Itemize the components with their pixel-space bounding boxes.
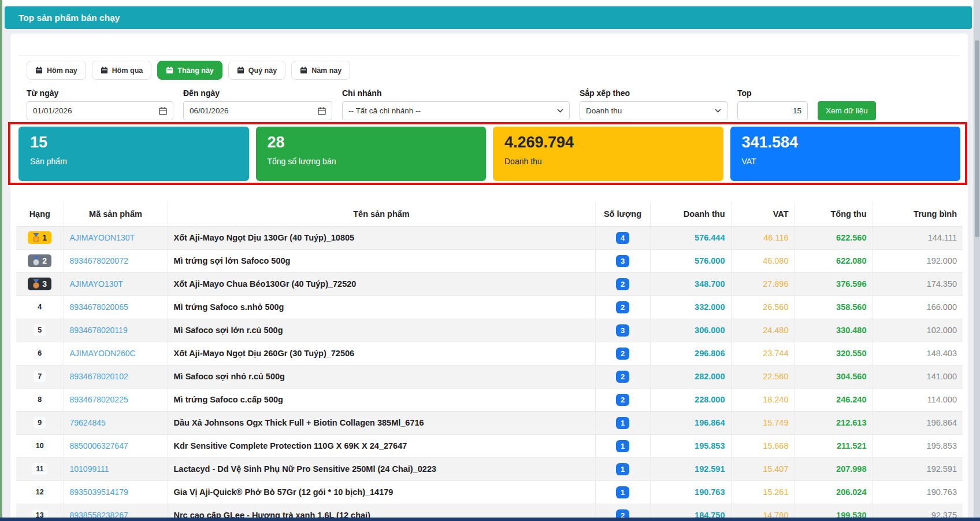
chevron-down-icon [715, 109, 721, 113]
taskbar-edge [0, 518, 980, 521]
medal-icon [32, 256, 39, 265]
product-code-link[interactable]: AJIMAYODN130T [70, 233, 135, 242]
rank-cell: 1 [16, 226, 64, 249]
page-scrollbar[interactable] [974, 0, 980, 521]
product-name: Mì trứng Safoco c.cấp 500g [168, 388, 595, 411]
rank-number: 11 [36, 465, 43, 473]
branch-select[interactable]: -- Tất cả chi nhánh -- [342, 101, 570, 120]
rank-badge: 5 [34, 324, 46, 337]
total-cell: 207.998 [795, 457, 873, 481]
calendar-icon [166, 66, 173, 74]
table-row: 11 101099111 Lactacyd - Dd Vệ Sinh Phụ N… [16, 457, 963, 481]
table-row: 2 8934678020072 Mì trứng sợi lớn Safoco … [16, 249, 963, 272]
table-row: 6 AJIMAYODN260C Xốt Aji-Mayo Ngọt Dịu 26… [16, 342, 963, 365]
top-count-input[interactable] [744, 106, 801, 115]
vat-cell: 15.261 [731, 481, 795, 504]
table-row: 5 8934678020119 Mì Safoco sợi lớn r.củ 5… [16, 319, 963, 342]
qty-badge: 1 [616, 417, 629, 429]
product-code-link[interactable]: 101099111 [70, 464, 109, 474]
quick-filter-this-quarter-button[interactable]: Quý này [228, 61, 285, 80]
average-cell: 141.000 [873, 365, 963, 388]
total-cell: 622.080 [795, 249, 873, 272]
sort-by-select[interactable]: Doanh thu [580, 101, 727, 120]
stat-label: Sản phẩm [30, 157, 237, 166]
quick-filter-yesterday-button[interactable]: Hôm qua [92, 61, 151, 80]
sort-by-label: Sắp xếp theo [580, 88, 727, 98]
scrollbar-thumb[interactable] [975, 40, 979, 237]
product-code-link[interactable]: 8934678020072 [70, 256, 128, 265]
table-row: 1 AJIMAYODN130T Xốt Aji-Mayo Ngọt Dịu 13… [16, 226, 963, 249]
product-code-link[interactable]: 79624845 [70, 418, 106, 427]
rank-cell: 11 [16, 457, 64, 481]
qty-badge: 2 [616, 301, 629, 313]
vat-cell: 22.560 [731, 365, 795, 388]
rank-badge: 6 [34, 348, 46, 360]
rank-badge: 4 [34, 301, 46, 313]
column-header-name: Tên sản phẩm [168, 202, 595, 226]
page-title: Top sản phẩm bán chạy [18, 13, 120, 23]
total-cell: 212.613 [795, 411, 873, 434]
branch-label: Chi nhánh [342, 88, 570, 98]
quick-filter-label: Hôm nay [47, 66, 77, 75]
calendar-icon[interactable] [318, 107, 326, 115]
vat-cell: 27.896 [731, 272, 795, 295]
quick-filter-label: Tháng này [177, 66, 214, 75]
rank-badge: 2 [28, 254, 51, 267]
average-cell: 148.403 [873, 342, 963, 365]
rank-cell: 2 [16, 249, 64, 272]
qty-badge: 1 [616, 486, 629, 498]
product-code-link[interactable]: 8935039514179 [70, 487, 128, 497]
to-date-input[interactable] [190, 106, 313, 115]
table-header-row: Hạng Mã sản phẩm Tên sản phẩm Số lượng D… [16, 202, 963, 226]
revenue-cell: 576.444 [650, 226, 731, 249]
rank-cell: 5 [16, 319, 64, 342]
from-date-label: Từ ngày [27, 88, 173, 98]
product-code-link[interactable]: 8934678020119 [70, 326, 128, 335]
view-data-button[interactable]: Xem dữ liệu [818, 101, 876, 120]
quick-filter-label: Quý này [248, 66, 277, 75]
rank-number: 2 [42, 257, 47, 265]
qty-badge: 2 [616, 348, 629, 360]
rank-cell: 9 [16, 411, 64, 434]
rank-number: 6 [38, 350, 42, 357]
table-body: 1 AJIMAYODN130T Xốt Aji-Mayo Ngọt Dịu 13… [16, 226, 963, 521]
stat-label: VAT [742, 157, 949, 166]
revenue-cell: 296.806 [650, 342, 731, 365]
revenue-cell: 195.853 [650, 434, 731, 457]
product-code-link[interactable]: AJIMAYO130T [70, 279, 123, 289]
rank-number: 8 [38, 396, 42, 404]
stat-label: Tổng số lượng bán [268, 157, 475, 166]
calendar-icon[interactable] [159, 107, 167, 115]
vat-cell: 15.668 [731, 434, 795, 457]
qty-badge: 3 [616, 255, 629, 267]
product-code-link[interactable]: 8934678020225 [70, 395, 128, 404]
revenue-cell: 282.000 [650, 365, 731, 388]
top-products-table: Hạng Mã sản phẩm Tên sản phẩm Số lượng D… [16, 202, 963, 521]
product-code-link[interactable]: 8850006327647 [70, 441, 128, 450]
rank-badge: 8 [34, 394, 46, 406]
sort-by-selected-value: Doanh thu [586, 106, 622, 115]
quick-filter-today-button[interactable]: Hôm nay [27, 61, 86, 80]
product-code-link[interactable]: 8934678020065 [70, 302, 128, 312]
table-row: 9 79624845 Dầu Xả Johnsons Ogx Thick Ful… [16, 411, 963, 434]
product-name: Mì Safoco sợi nhỏ r.củ 500g [168, 365, 595, 388]
qty-badge: 1 [616, 463, 629, 475]
stat-value: 341.584 [742, 134, 949, 152]
from-date-input[interactable] [33, 106, 154, 115]
quick-filter-this-month-button[interactable]: Tháng này [157, 61, 222, 80]
total-cell: 622.560 [795, 226, 873, 249]
rank-number: 3 [42, 280, 47, 288]
total-cell: 330.480 [795, 319, 873, 342]
rank-badge: 9 [34, 417, 46, 429]
revenue-cell: 196.864 [650, 411, 731, 434]
rank-number: 12 [36, 489, 44, 496]
rank-badge: 3 [28, 278, 51, 290]
page-header: Top sản phẩm bán chạy [5, 6, 972, 29]
product-code-link[interactable]: 8934678020102 [70, 372, 128, 381]
product-code-link[interactable]: AJIMAYODN260C [70, 349, 136, 358]
quick-filter-this-year-button[interactable]: Năm nay [291, 61, 350, 80]
filter-form: Từ ngày Đến ngày Chi nhánh [27, 88, 963, 120]
product-name: Gia Vị Aji-Quick® Phở Bò 57Gr (12 gói * … [168, 481, 595, 504]
total-cell: 304.560 [795, 365, 873, 388]
revenue-cell: 228.000 [650, 388, 731, 411]
